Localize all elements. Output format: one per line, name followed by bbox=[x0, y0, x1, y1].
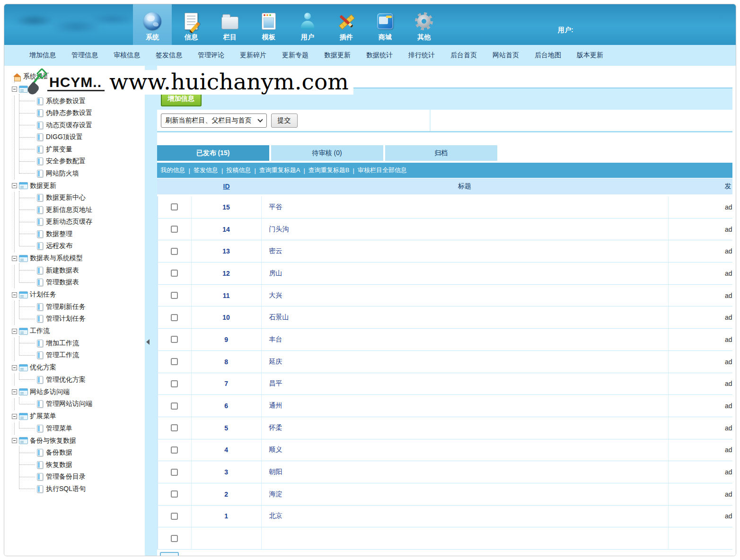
row-checkbox[interactable] bbox=[171, 490, 178, 498]
id-sort-link[interactable]: ID bbox=[223, 183, 230, 190]
navbar-item[interactable]: 管理信息 bbox=[71, 51, 98, 60]
row-title-link[interactable]: 平谷 bbox=[262, 196, 669, 218]
sidebar-item[interactable]: 备份数据 bbox=[19, 447, 145, 459]
topnav-plugin[interactable]: 插件 bbox=[327, 4, 366, 45]
navbar-item[interactable]: 更新碎片 bbox=[240, 51, 266, 60]
row-checkbox[interactable] bbox=[171, 446, 178, 454]
navbar-item[interactable]: 增加信息 bbox=[29, 51, 56, 60]
tree-collapse-icon[interactable] bbox=[12, 183, 17, 188]
sidebar-item[interactable]: 管理优化方案 bbox=[19, 374, 145, 386]
topnav-column[interactable]: 栏目 bbox=[211, 4, 249, 45]
row-title-link[interactable]: 海淀 bbox=[262, 483, 669, 505]
sidebar-item[interactable]: 管理备份目录 bbox=[19, 471, 145, 483]
filter-link[interactable]: 查询重复标题A bbox=[259, 166, 300, 175]
sidebar-group[interactable]: 优化方案 bbox=[12, 361, 59, 374]
sidebar-group[interactable]: 网站多访问端 bbox=[12, 386, 72, 398]
row-title-link[interactable]: 北京 bbox=[262, 506, 669, 527]
sidebar-group[interactable]: 扩展菜单 bbox=[12, 410, 59, 422]
topnav-info[interactable]: 信息 bbox=[172, 4, 211, 45]
navbar-item[interactable]: 数据更新 bbox=[324, 51, 351, 60]
sidebar-item[interactable]: 更新信息页地址 bbox=[19, 204, 145, 216]
tree-collapse-icon[interactable] bbox=[12, 256, 17, 261]
row-title-link[interactable]: 延庆 bbox=[262, 351, 669, 373]
topnav-system[interactable]: 系统 bbox=[133, 4, 172, 45]
tab-archive[interactable]: 归档 bbox=[385, 145, 497, 161]
tab-published[interactable]: 已发布 (15) bbox=[157, 145, 269, 161]
row-checkbox[interactable] bbox=[171, 469, 178, 476]
tree-collapse-icon[interactable] bbox=[12, 329, 17, 334]
row-checkbox[interactable] bbox=[171, 270, 178, 277]
row-checkbox[interactable] bbox=[171, 292, 178, 299]
navbar-item[interactable]: 更新专题 bbox=[282, 51, 308, 60]
sidebar-group[interactable]: 备份与恢复数据 bbox=[12, 435, 79, 447]
row-checkbox[interactable] bbox=[171, 535, 178, 542]
submit-button[interactable]: 提交 bbox=[271, 114, 298, 128]
sidebar-item[interactable]: 动态页缓存设置 bbox=[19, 119, 145, 131]
topnav-user[interactable]: 用户 bbox=[288, 4, 327, 45]
tree-collapse-icon[interactable] bbox=[12, 87, 17, 92]
filter-link[interactable]: 我的信息 bbox=[161, 166, 185, 175]
tree-collapse-icon[interactable] bbox=[12, 438, 17, 443]
sidebar-item[interactable]: 恢复数据 bbox=[19, 459, 145, 471]
navbar-item[interactable]: 网站首页 bbox=[493, 51, 519, 60]
row-title-link[interactable]: 昌平 bbox=[262, 373, 669, 395]
sidebar-item[interactable]: 管理计划任务 bbox=[19, 313, 145, 325]
sidebar-collapse-handle[interactable] bbox=[146, 339, 150, 345]
bottom-cut-button[interactable] bbox=[160, 552, 179, 556]
sidebar-item[interactable]: DIGG顶设置 bbox=[19, 131, 145, 144]
row-checkbox[interactable] bbox=[171, 513, 178, 520]
row-checkbox[interactable] bbox=[171, 424, 178, 431]
tree-collapse-icon[interactable] bbox=[12, 292, 17, 298]
tree-collapse-icon[interactable] bbox=[12, 365, 17, 370]
navbar-item[interactable]: 签发信息 bbox=[156, 51, 182, 60]
refresh-scope-select[interactable]: 刷新当前栏目、父栏目与首页 bbox=[161, 114, 267, 128]
sidebar-item[interactable]: 增加工作流 bbox=[19, 337, 145, 350]
sidebar-item[interactable]: 系统参数设置 bbox=[19, 95, 145, 107]
sidebar-item[interactable]: 网站防火墙 bbox=[19, 167, 145, 180]
row-checkbox[interactable] bbox=[171, 203, 178, 210]
row-title-link[interactable]: 怀柔 bbox=[262, 417, 669, 439]
sidebar-group[interactable]: 工作流 bbox=[12, 325, 53, 337]
filter-link[interactable]: 查询重复标题B bbox=[308, 166, 350, 175]
navbar-item[interactable]: 管理评论 bbox=[198, 51, 224, 60]
navbar-item[interactable]: 数据统计 bbox=[366, 51, 393, 60]
row-title-link[interactable]: 石景山 bbox=[262, 306, 669, 328]
sidebar-item[interactable]: 管理刷新任务 bbox=[19, 301, 145, 313]
sidebar-item[interactable]: 管理数据表 bbox=[19, 277, 145, 289]
tree-collapse-icon[interactable] bbox=[12, 414, 17, 419]
sidebar-item[interactable]: 伪静态参数设置 bbox=[19, 107, 145, 120]
navbar-item[interactable]: 后台地图 bbox=[535, 51, 561, 60]
sidebar-item[interactable]: 管理工作流 bbox=[19, 350, 145, 362]
row-title-link[interactable]: 密云 bbox=[262, 240, 669, 262]
topnav-template[interactable]: 模板 bbox=[249, 4, 288, 45]
filter-link[interactable]: 审核栏目全部信息 bbox=[358, 166, 407, 175]
navbar-item[interactable]: 后台首页 bbox=[450, 51, 477, 60]
row-checkbox[interactable] bbox=[171, 358, 178, 365]
row-checkbox[interactable] bbox=[171, 402, 178, 410]
filter-link[interactable]: 投稿信息 bbox=[226, 166, 251, 175]
row-title-link[interactable]: 通州 bbox=[262, 395, 669, 417]
row-checkbox[interactable] bbox=[171, 314, 178, 321]
row-title-link[interactable]: 门头沟 bbox=[262, 219, 669, 240]
row-title-link[interactable]: 顺义 bbox=[262, 439, 669, 461]
sidebar-item[interactable]: 安全参数配置 bbox=[19, 156, 145, 168]
sidebar-group[interactable]: 计划任务 bbox=[12, 289, 59, 301]
sidebar-item[interactable]: 更新动态页缓存 bbox=[19, 216, 145, 228]
row-checkbox[interactable] bbox=[171, 336, 178, 343]
sidebar-item[interactable]: 管理菜单 bbox=[19, 422, 145, 435]
sidebar-item[interactable]: 扩展变量 bbox=[19, 143, 145, 156]
row-title-link[interactable]: 大兴 bbox=[262, 285, 669, 306]
sidebar-item[interactable]: 数据整理 bbox=[19, 228, 145, 240]
sidebar-item[interactable]: 新建数据表 bbox=[19, 264, 145, 277]
sidebar-item[interactable]: 远程发布 bbox=[19, 240, 145, 253]
topnav-mall[interactable]: 商城 bbox=[366, 4, 405, 45]
sidebar-item[interactable]: 数据更新中心 bbox=[19, 192, 145, 204]
sidebar-group[interactable]: 数据更新 bbox=[12, 180, 59, 192]
navbar-item[interactable]: 版本更新 bbox=[577, 51, 603, 60]
row-title-link[interactable]: 丰台 bbox=[262, 329, 669, 350]
navbar-item[interactable]: 排行统计 bbox=[408, 51, 435, 60]
sidebar-item[interactable]: 执行SQL语句 bbox=[19, 483, 145, 495]
row-title-link[interactable]: 房山 bbox=[262, 262, 669, 284]
topnav-other[interactable]: 其他 bbox=[405, 4, 443, 45]
tab-pending[interactable]: 待审核 (0) bbox=[271, 145, 383, 161]
